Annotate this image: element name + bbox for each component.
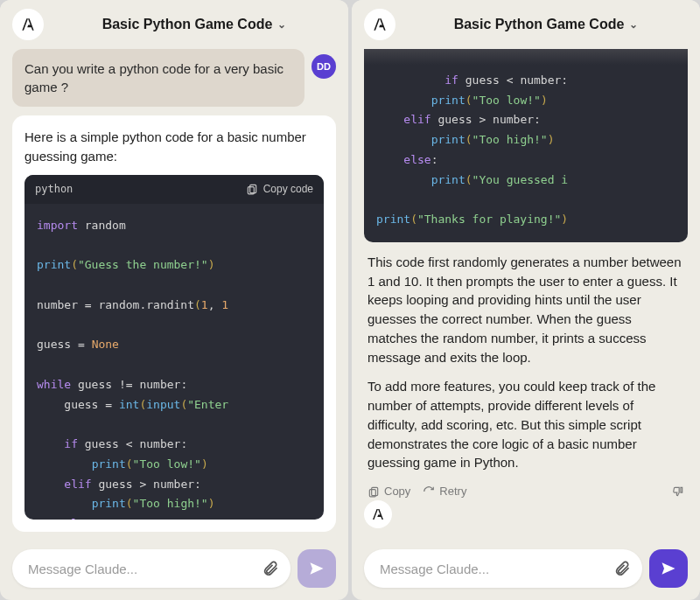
copy-label: Copy	[384, 485, 410, 498]
scroll-fade	[364, 49, 688, 65]
header: Basic Python Game Code ⌄	[352, 0, 700, 49]
code-language: python	[35, 182, 73, 197]
retry-icon	[423, 485, 435, 498]
assistant-explanation-2: To add more features, you could keep tra…	[364, 377, 688, 472]
message-input[interactable]: Message Claude...	[364, 549, 642, 588]
user-avatar: DD	[312, 54, 336, 79]
retry-label: Retry	[439, 485, 466, 498]
assistant-explanation-1: This code first randomly generates a num…	[364, 253, 688, 367]
clipboard-icon	[246, 183, 258, 195]
code-block-continued: if guess < number: print("Too low!") eli…	[364, 49, 688, 242]
chevron-down-icon: ⌄	[629, 18, 638, 31]
send-icon	[660, 560, 677, 577]
send-icon	[308, 560, 326, 577]
right-panel: Basic Python Game Code ⌄ if guess < numb…	[352, 0, 700, 600]
clipboard-icon	[368, 485, 380, 498]
anthropic-logo	[12, 9, 44, 40]
code-content: import random print("Guess the number!")…	[24, 204, 324, 520]
attach-button[interactable]	[609, 555, 635, 582]
composer: Message Claude...	[0, 541, 348, 600]
svg-rect-2	[372, 487, 378, 495]
send-button[interactable]	[649, 549, 688, 588]
paperclip-icon	[613, 560, 631, 577]
paperclip-icon	[262, 560, 279, 577]
attach-button[interactable]	[257, 555, 284, 582]
thumbs-down-icon	[672, 485, 684, 498]
conversation-title[interactable]: Basic Python Game Code ⌄	[52, 17, 336, 32]
thumbs-down-button[interactable]	[672, 485, 684, 498]
message-input[interactable]: Message Claude...	[12, 549, 290, 588]
anthropic-logo	[364, 9, 396, 40]
user-message-row: Can you write a python code for a very b…	[12, 49, 336, 107]
retry-button[interactable]: Retry	[423, 485, 466, 498]
message-list: if guess < number: print("Too low!") eli…	[352, 49, 700, 541]
message-placeholder: Message Claude...	[380, 562, 609, 576]
copy-button[interactable]: Copy	[368, 485, 410, 498]
chevron-down-icon: ⌄	[277, 18, 286, 31]
assistant-intro: Here is a simple python code for a basic…	[24, 128, 324, 166]
svg-rect-0	[249, 185, 256, 193]
user-message: Can you write a python code for a very b…	[12, 49, 304, 107]
composer: Message Claude...	[352, 541, 700, 600]
conversation-title[interactable]: Basic Python Game Code ⌄	[404, 17, 688, 32]
title-text: Basic Python Game Code	[454, 17, 625, 32]
assistant-message: Here is a simple python code for a basic…	[12, 115, 336, 532]
message-actions: Copy Retry	[364, 483, 688, 499]
code-block: python Copy code import random print("Gu…	[24, 175, 324, 520]
code-header: python Copy code	[24, 175, 324, 204]
anthropic-logo-small	[364, 500, 392, 528]
header: Basic Python Game Code ⌄	[0, 0, 348, 49]
send-button[interactable]	[298, 549, 336, 588]
copy-code-button[interactable]: Copy code	[246, 182, 313, 197]
message-list: Can you write a python code for a very b…	[0, 49, 348, 541]
left-panel: Basic Python Game Code ⌄ Can you write a…	[0, 0, 348, 600]
title-text: Basic Python Game Code	[102, 17, 273, 32]
copy-code-label: Copy code	[263, 182, 313, 197]
message-placeholder: Message Claude...	[28, 562, 257, 576]
